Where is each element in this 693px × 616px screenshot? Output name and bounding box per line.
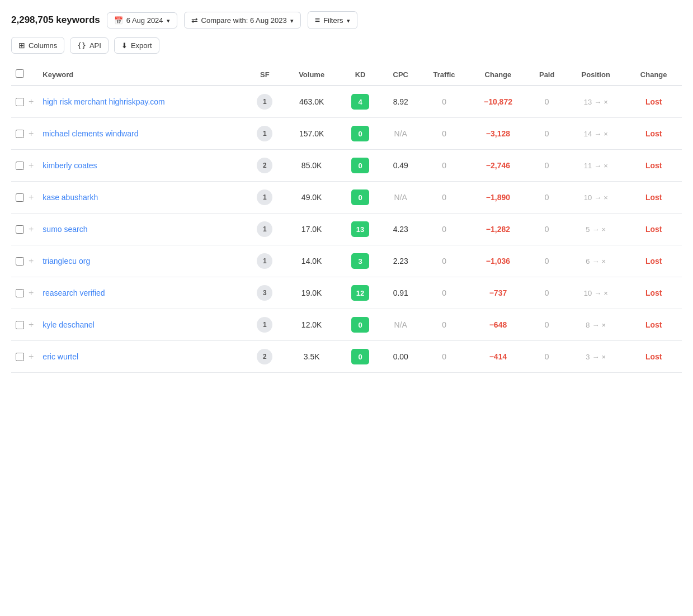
- col-sf: SF: [246, 64, 285, 86]
- keyword-link[interactable]: eric wurtel: [43, 352, 78, 361]
- keyword-link[interactable]: reasearch verified: [43, 288, 105, 297]
- sf-badge: 2: [257, 349, 272, 364]
- paid-cell: 0: [527, 182, 566, 214]
- kd-badge: 4: [351, 94, 369, 110]
- kd-badge: 13: [351, 221, 369, 237]
- columns-button[interactable]: Columns: [11, 37, 64, 54]
- traffic-change-cell: −2,746: [469, 150, 528, 182]
- sf-badge: 1: [257, 94, 272, 110]
- col-kd: KD: [339, 64, 381, 86]
- keyword-link[interactable]: trianglecu org: [43, 257, 90, 266]
- col-keyword: Keyword: [38, 64, 245, 86]
- position-value: 3 → ×: [571, 353, 621, 361]
- status-badge: Lost: [645, 320, 662, 329]
- keyword-link[interactable]: michael clements windward: [43, 129, 138, 138]
- row-checkbox[interactable]: [16, 353, 24, 361]
- add-keyword-icon[interactable]: +: [29, 256, 34, 266]
- status-badge: Lost: [645, 97, 662, 106]
- row-checkbox[interactable]: [16, 257, 24, 266]
- status-cell: Lost: [625, 245, 682, 277]
- sf-badge: 1: [257, 126, 272, 141]
- add-keyword-icon[interactable]: +: [29, 288, 34, 298]
- traffic-change-cell: −1,036: [469, 245, 528, 277]
- api-button[interactable]: API: [70, 37, 109, 54]
- select-all-checkbox[interactable]: [16, 69, 24, 78]
- export-label: Export: [131, 41, 152, 50]
- volume-cell: 85.0K: [284, 150, 339, 182]
- paid-cell: 0: [527, 86, 566, 118]
- volume-cell: 19.0K: [284, 277, 339, 309]
- filters-button[interactable]: Filters: [308, 11, 357, 29]
- keyword-link[interactable]: kase abusharkh: [43, 193, 98, 202]
- traffic-change-cell: −1,282: [469, 214, 528, 245]
- row-checkbox[interactable]: [16, 321, 24, 329]
- paid-cell: 0: [527, 118, 566, 150]
- kd-badge: 3: [351, 253, 369, 269]
- row-checkbox[interactable]: [16, 130, 24, 138]
- traffic-cell: 0: [420, 309, 469, 341]
- position-value: 11 → ×: [571, 162, 621, 170]
- status-cell: Lost: [625, 118, 682, 150]
- export-icon: [121, 41, 128, 50]
- export-button[interactable]: Export: [114, 37, 159, 54]
- kd-badge: 12: [351, 285, 369, 301]
- add-keyword-icon[interactable]: +: [29, 352, 34, 362]
- keyword-link[interactable]: high risk merchant highriskpay.com: [43, 97, 164, 106]
- col-traffic: Traffic: [420, 64, 469, 86]
- add-keyword-icon[interactable]: +: [29, 160, 34, 170]
- api-icon: [77, 41, 86, 50]
- status-cell: Lost: [625, 86, 682, 118]
- status-badge: Lost: [645, 352, 662, 361]
- position-cell: 10 → ×: [566, 182, 625, 214]
- keyword-link[interactable]: kimberly coates: [43, 161, 97, 170]
- columns-icon: [18, 41, 25, 50]
- paid-cell: 0: [527, 214, 566, 245]
- filters-chevron-icon: [347, 16, 350, 25]
- add-keyword-icon[interactable]: +: [29, 129, 34, 139]
- add-keyword-icon[interactable]: +: [29, 97, 34, 107]
- kd-badge: 0: [351, 158, 369, 173]
- cpc-cell: 0.49: [381, 150, 420, 182]
- row-checkbox[interactable]: [16, 289, 24, 297]
- sf-badge: 1: [257, 317, 272, 333]
- api-label: API: [89, 41, 101, 50]
- sf-badge: 1: [257, 221, 272, 237]
- compare-button[interactable]: Compare with: 6 Aug 2023: [184, 12, 301, 29]
- change-value: −1,036: [486, 257, 510, 266]
- paid-cell: 0: [527, 245, 566, 277]
- sf-badge: 2: [257, 158, 272, 173]
- status-badge: Lost: [645, 257, 662, 266]
- cpc-cell: 2.23: [381, 245, 420, 277]
- cpc-cell: N/A: [381, 118, 420, 150]
- paid-cell: 0: [527, 309, 566, 341]
- position-cell: 6 → ×: [566, 245, 625, 277]
- traffic-cell: 0: [420, 150, 469, 182]
- row-checkbox[interactable]: [16, 98, 24, 106]
- calendar-icon: [114, 16, 123, 25]
- paid-cell: 0: [527, 341, 566, 373]
- traffic-cell: 0: [420, 277, 469, 309]
- add-keyword-icon[interactable]: +: [29, 320, 34, 330]
- keyword-link[interactable]: kyle deschanel: [43, 320, 95, 329]
- add-keyword-icon[interactable]: +: [29, 192, 34, 202]
- status-badge: Lost: [645, 161, 662, 170]
- traffic-cell: 0: [420, 214, 469, 245]
- row-checkbox[interactable]: [16, 162, 24, 170]
- date-label: 6 Aug 2024: [126, 16, 163, 25]
- cpc-cell: 4.23: [381, 214, 420, 245]
- add-keyword-icon[interactable]: +: [29, 224, 34, 234]
- table-row: + kimberly coates285.0K00.490−2,7460 11 …: [11, 150, 682, 182]
- position-value: 5 → ×: [571, 225, 621, 234]
- compare-chevron-icon: [290, 16, 294, 25]
- col-volume: Volume: [284, 64, 339, 86]
- date-chevron-icon: [167, 16, 170, 25]
- row-checkbox[interactable]: [16, 225, 24, 234]
- traffic-change-cell: −414: [469, 341, 528, 373]
- row-checkbox[interactable]: [16, 193, 24, 202]
- paid-cell: 0: [527, 277, 566, 309]
- keyword-link[interactable]: sumo search: [43, 225, 87, 234]
- sf-badge: 1: [257, 189, 272, 205]
- date-picker-button[interactable]: 6 Aug 2024: [107, 12, 177, 29]
- table-row: + high risk merchant highriskpay.com1463…: [11, 86, 682, 118]
- change-value: −737: [489, 288, 507, 297]
